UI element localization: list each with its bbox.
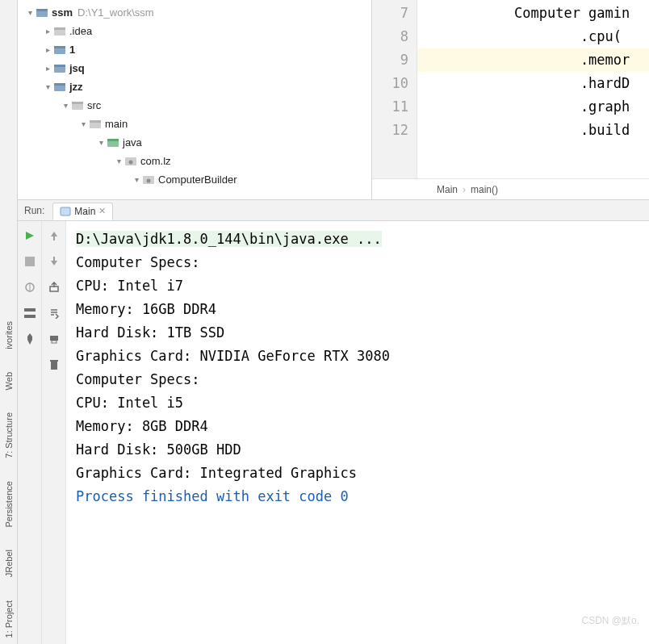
watermark: CSDN @默o. — [581, 614, 639, 628]
gutter-persistence[interactable]: Persistence — [4, 481, 14, 527]
line-number: 8 — [372, 25, 408, 48]
chevron-down-icon[interactable]: ▾ — [24, 8, 36, 17]
chevron-right-icon[interactable]: ▸ — [42, 27, 53, 36]
chevron-down-icon[interactable]: ▾ — [60, 101, 71, 110]
tree-item[interactable]: ▸jsq — [18, 59, 371, 77]
breadcrumb-item[interactable]: Main — [437, 184, 458, 195]
console-output[interactable]: D:\Java\jdk1.8.0_144\bin\java.exe ...Com… — [66, 221, 649, 644]
code-line[interactable]: .memor — [417, 48, 649, 72]
folder-icon — [142, 174, 155, 186]
up-arrow-icon[interactable] — [46, 228, 62, 244]
run-tab[interactable]: Main ✕ — [52, 203, 113, 220]
tree-item[interactable]: ▾src — [18, 96, 371, 115]
console-line: Memory: 8GB DDR4 — [76, 415, 639, 438]
console-line: Hard Disk: 1TB SSD — [76, 321, 639, 345]
code-line[interactable]: Computer gamin — [417, 2, 649, 25]
gutter-web[interactable]: Web — [4, 372, 14, 390]
tree-item[interactable]: ▾java — [18, 133, 371, 152]
chevron-down-icon[interactable]: ▾ — [77, 119, 89, 128]
svg-rect-20 — [61, 207, 70, 215]
svg-rect-1 — [36, 9, 48, 11]
debug-icon[interactable] — [22, 279, 38, 295]
module-icon — [36, 6, 48, 19]
folder-icon — [53, 44, 66, 56]
folder-icon — [53, 62, 66, 75]
svg-rect-29 — [52, 341, 57, 343]
svg-rect-31 — [50, 360, 58, 362]
folder-icon — [53, 25, 66, 38]
run-panel-body: D:\Java\jdk1.8.0_144\bin\java.exe ...Com… — [18, 221, 649, 644]
chevron-down-icon[interactable]: ▾ — [131, 175, 142, 184]
console-line: Memory: 16GB DDR4 — [76, 298, 639, 321]
console-command: D:\Java\jdk1.8.0_144\bin\java.exe ... — [76, 231, 382, 247]
breadcrumb-item[interactable]: main() — [471, 184, 498, 195]
code-line[interactable]: .graph — [417, 95, 649, 119]
pin-icon[interactable] — [22, 331, 38, 347]
gutter-structure[interactable]: 7: Structure — [4, 412, 14, 458]
trash-icon[interactable] — [46, 357, 62, 373]
tree-item[interactable]: ▾com.lz — [18, 152, 371, 170]
tree-item[interactable]: ▸1 — [18, 40, 371, 59]
gutter-jrebel[interactable]: JRebel — [4, 550, 14, 577]
console-line: CPU: Intel i7 — [76, 274, 639, 298]
svg-rect-30 — [51, 362, 57, 370]
chevron-right-icon[interactable]: ▸ — [42, 45, 53, 54]
svg-rect-3 — [54, 27, 65, 30]
tree-item[interactable]: ▾ComputerBuilder — [18, 170, 371, 189]
code-line[interactable]: .hardD — [417, 72, 649, 95]
tree-item-label: .idea — [69, 25, 92, 37]
console-line: Computer Specs: — [76, 368, 639, 391]
tree-item[interactable]: ▾jzz — [18, 77, 371, 96]
tree-item-label: 1 — [69, 44, 75, 56]
run-tab-label: Main — [74, 206, 95, 217]
svg-rect-15 — [107, 139, 119, 141]
gutter-favorites[interactable]: ivorites — [4, 321, 14, 349]
tree-item[interactable]: ▾main — [18, 115, 371, 133]
down-arrow-icon[interactable] — [46, 253, 62, 270]
svg-point-17 — [129, 160, 133, 164]
stop-icon[interactable] — [22, 253, 38, 270]
console-line: Graphics Card: NVIDIA GeForce RTX 3080 — [76, 345, 639, 368]
console-exit-line: Process finished with exit code 0 — [76, 485, 639, 508]
svg-rect-7 — [54, 65, 65, 67]
run-panel-header: Run: Main ✕ — [18, 200, 649, 221]
chevron-down-icon[interactable]: ▾ — [42, 82, 53, 91]
chevron-down-icon[interactable]: ▾ — [95, 138, 107, 147]
export-icon[interactable] — [46, 279, 62, 295]
scroll-end-icon[interactable] — [46, 305, 62, 321]
print-icon[interactable] — [46, 331, 62, 347]
console-line: Graphics Card: Integrated Graphics — [76, 462, 639, 485]
svg-point-19 — [147, 178, 151, 182]
tree-item[interactable]: ▸.idea — [18, 22, 371, 40]
code-line[interactable]: .build — [417, 119, 649, 142]
chevron-right-icon[interactable]: ▸ — [42, 64, 53, 73]
folder-icon — [124, 155, 137, 168]
run-config-icon — [60, 206, 71, 217]
line-number: 9 — [372, 48, 408, 72]
tree-item-label: main — [105, 118, 128, 130]
svg-rect-9 — [54, 83, 65, 86]
code-editor[interactable]: 789101112 Computer gamin .cpu( .memor .h… — [371, 0, 649, 199]
chevron-right-icon: › — [463, 184, 466, 195]
close-icon[interactable]: ✕ — [98, 206, 106, 216]
code-line[interactable]: .cpu( — [417, 25, 649, 48]
line-number: 10 — [372, 72, 408, 95]
tree-root-path: D:\Y1_work\ssm — [77, 6, 154, 19]
svg-rect-25 — [24, 308, 36, 312]
tree-item-label: ComputerBuilder — [158, 174, 237, 186]
console-line: Computer Specs: — [76, 251, 639, 274]
editor-breadcrumb[interactable]: Main › main() — [372, 178, 649, 199]
editor-lines[interactable]: Computer gamin .cpu( .memor .hardD .grap… — [417, 0, 649, 178]
console-line: Hard Disk: 500GB HDD — [76, 438, 639, 462]
layout-icon[interactable] — [22, 305, 38, 321]
svg-rect-11 — [72, 102, 83, 104]
tree-root[interactable]: ▾ ssm D:\Y1_work\ssm — [18, 3, 371, 22]
tree-root-label: ssm — [52, 6, 73, 19]
project-tree[interactable]: ▾ ssm D:\Y1_work\ssm ▸.idea▸1▸jsq▾jzz▾sr… — [18, 0, 371, 199]
tree-item-label: java — [123, 136, 142, 148]
chevron-down-icon[interactable]: ▾ — [113, 157, 124, 165]
folder-icon — [89, 118, 102, 131]
gutter-project[interactable]: 1: Project — [4, 600, 14, 638]
rerun-icon[interactable] — [22, 228, 38, 244]
left-tool-gutter: ivorites Web 7: Structure Persistence JR… — [0, 0, 18, 644]
